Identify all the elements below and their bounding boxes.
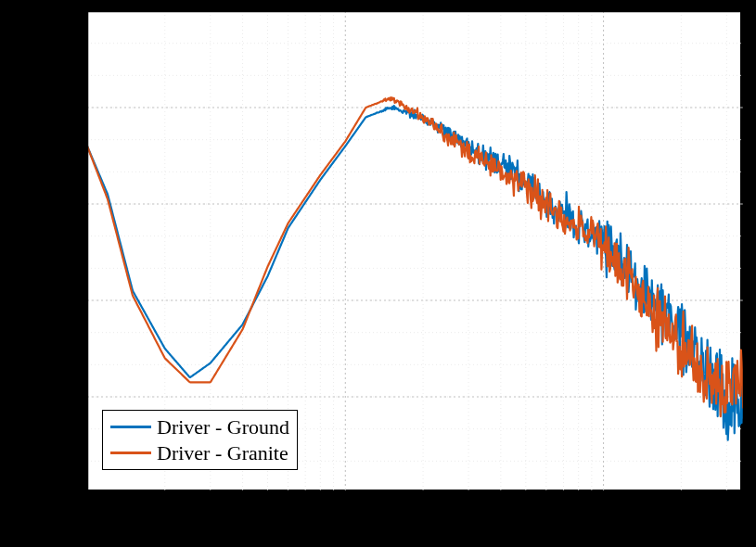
chart-legend: Driver - GroundDriver - Granite	[102, 410, 298, 470]
legend-swatch	[110, 452, 151, 454]
legend-label: Driver - Ground	[157, 414, 289, 440]
chart-series-line	[87, 97, 744, 416]
legend-label: Driver - Granite	[157, 440, 288, 466]
chart-series-line	[87, 106, 744, 439]
legend-swatch	[110, 426, 151, 428]
legend-entry: Driver - Granite	[110, 440, 289, 466]
legend-entry: Driver - Ground	[110, 414, 289, 440]
